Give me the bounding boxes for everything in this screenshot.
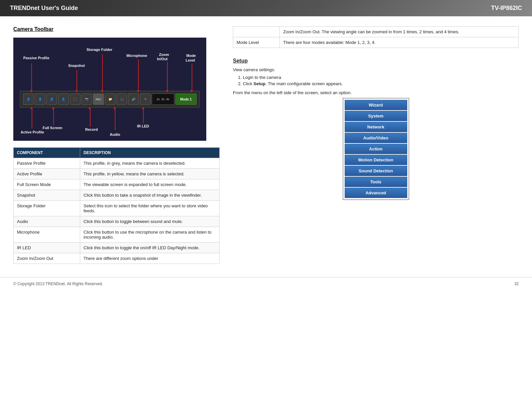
arrow-fullscreen-up	[53, 108, 54, 125]
description-cell: This profile, in grey, means the camera …	[80, 158, 220, 169]
arrow-record-up	[90, 108, 90, 127]
arrow-irled-up	[143, 108, 144, 123]
camera-toolbar-title: Camera Toolbar	[13, 26, 220, 32]
page-header: TRENDnet User's Guide TV-IP862IC	[0, 0, 532, 16]
menu-button-motion-detection[interactable]: Motion Detection	[345, 155, 407, 165]
right-table-col1: Mode Level	[233, 37, 280, 48]
setup-after-text: From the menu on the left side of the sc…	[233, 90, 519, 95]
table-row: SnapshotClick this button to take a snap…	[14, 190, 220, 201]
label-mode-level: Mode	[186, 54, 196, 58]
right-table-col1	[233, 27, 280, 37]
arrow-activeprofile-up	[32, 108, 32, 128]
main-content: Camera Toolbar 👤 👤 👤 👤 ⛶ 📷 REC 📁 🎧 🔊 ☀ 1…	[0, 16, 532, 271]
setup-step-1: Login to the camera	[243, 75, 519, 80]
description-cell: This profile, in yellow, means the camer…	[80, 169, 220, 179]
label-inout: In/Out	[157, 57, 168, 61]
menu-button-network[interactable]: Network	[345, 122, 407, 132]
setup-section: Setup View camera settings: Login to the…	[233, 58, 519, 200]
diagram-labels-overlay: Passive Profile Storage Folder Zoom In/O…	[13, 38, 206, 141]
table-row: AudioClick this button to toggle between…	[14, 216, 220, 227]
fullscreen-icon[interactable]: ⛶	[70, 94, 81, 105]
table-row: Mode LevelThere are four modes available…	[233, 37, 519, 48]
component-cell: Active Profile	[14, 169, 80, 179]
record-icon[interactable]: REC	[93, 94, 104, 105]
icon3[interactable]: 👤	[46, 94, 57, 105]
right-top-table: Zoom In/Zoom Out. The viewing angle can …	[233, 26, 519, 48]
menu-buttons-container: WizardSystemNetworkAudio/VideoActionMoti…	[343, 98, 409, 200]
table-row: IR LEDClick this button to toggle the on…	[14, 243, 220, 253]
zoom-icon[interactable]: 1x 2x 4x	[152, 94, 174, 105]
arrow-zoom	[167, 62, 168, 91]
description-cell: Click this button to take a snapshot of …	[80, 190, 220, 201]
arrow-passive-profile	[31, 63, 32, 92]
table-row: Active ProfileThis profile, in yellow, m…	[14, 169, 220, 179]
menu-button-tools[interactable]: Tools	[345, 177, 407, 187]
setup-steps-list: Login to the camera Click Setup. The mai…	[243, 75, 519, 86]
component-table: COMPONENT DESCRIPTION Passive ProfileThi…	[13, 147, 220, 264]
menu-button-audio-video[interactable]: Audio/Video	[345, 133, 407, 143]
passive-profile-icon[interactable]: 👤	[23, 94, 34, 105]
label-record: Record	[85, 127, 98, 131]
label-storage-folder: Storage Folder	[87, 48, 112, 52]
snapshot-icon[interactable]: 📷	[82, 94, 92, 105]
menu-button-sound-detection[interactable]: Sound Detection	[345, 166, 407, 176]
col-header-component: COMPONENT	[14, 148, 80, 158]
label-irled: IR LED	[137, 124, 149, 128]
camera-toolbar-bar: 👤 👤 👤 👤 ⛶ 📷 REC 📁 🎧 🔊 ☀ 1x 2x 4x Mode 1	[20, 91, 200, 107]
label-audio: Audio	[110, 132, 120, 136]
label-zoom: Zoom	[159, 53, 169, 57]
setup-step-2: Click Setup. The main configurable scree…	[243, 81, 519, 86]
right-table-col2: Zoom In/Zoom Out. The viewing angle can …	[280, 27, 519, 37]
menu-button-wizard[interactable]: Wizard	[345, 100, 407, 110]
component-cell: Snapshot	[14, 190, 80, 201]
table-row: Zoom In/Zoom Out. The viewing angle can …	[233, 27, 519, 37]
microphone-icon[interactable]: 🎧	[116, 94, 127, 105]
description-cell: Click this button to toggle between soun…	[80, 216, 220, 227]
arrow-microphone	[138, 60, 139, 91]
header-left-title: TRENDnet User's Guide	[10, 5, 78, 12]
setup-title: Setup	[233, 58, 519, 64]
label-microphone: Microphone	[126, 54, 147, 58]
arrow-audio-up	[115, 108, 115, 130]
component-cell: Passive Profile	[14, 158, 80, 169]
menu-button-advanced[interactable]: Advanced	[345, 188, 407, 198]
header-right-title: TV-IP862IC	[491, 5, 522, 12]
component-cell: Zoom In/Zoom Out	[14, 253, 80, 264]
component-cell: Audio	[14, 216, 80, 227]
audio-icon[interactable]: 🔊	[128, 94, 139, 105]
menu-button-action[interactable]: Action	[345, 144, 407, 154]
description-cell: Click this button to toggle the on/off I…	[80, 243, 220, 253]
setup-intro: View camera settings:	[233, 67, 519, 72]
copyright-text: © Copyright 2013 TRENDnet. All Rights Re…	[13, 282, 103, 286]
arrow-snapshot	[77, 70, 77, 91]
icon4[interactable]: 👤	[58, 94, 69, 105]
table-row: MicrophoneClick this button to use the m…	[14, 227, 220, 243]
label-mode-level2: Level	[186, 58, 195, 62]
page-footer: © Copyright 2013 TRENDnet. All Rights Re…	[0, 277, 532, 290]
table-row: Passive ProfileThis profile, in grey, me…	[14, 158, 220, 169]
description-cell: Click this button to use the microphone …	[80, 227, 220, 243]
label-fullscreen: Full Screen	[43, 126, 62, 130]
table-row: Zoom In/Zoom OutThere are different zoom…	[14, 253, 220, 264]
storage-icon[interactable]: 📁	[105, 94, 115, 105]
toolbar-diagram: 👤 👤 👤 👤 ⛶ 📷 REC 📁 🎧 🔊 ☀ 1x 2x 4x Mode 1 …	[13, 38, 206, 141]
label-activeprofile: Active Profile	[21, 130, 44, 134]
description-cell: The viewable screen is expanded to full …	[80, 179, 220, 190]
right-column: Zoom In/Zoom Out. The viewing angle can …	[233, 26, 519, 264]
component-cell: IR LED	[14, 243, 80, 253]
page-number: 32	[514, 282, 519, 286]
menu-button-system[interactable]: System	[345, 111, 407, 121]
component-cell: Storage Folder	[14, 201, 80, 216]
description-cell: Select this icon to select the folder wh…	[80, 201, 220, 216]
table-row: Storage FolderSelect this icon to select…	[14, 201, 220, 216]
label-snapshot: Snapshot	[68, 64, 85, 68]
ir-led-icon[interactable]: ☀	[140, 94, 151, 105]
label-passive-profile: Passive Profile	[23, 56, 49, 60]
left-column: Camera Toolbar 👤 👤 👤 👤 ⛶ 📷 REC 📁 🎧 🔊 ☀ 1…	[13, 26, 220, 264]
table-row: Full Screen ModeThe viewable screen is e…	[14, 179, 220, 190]
arrow-storage-folder	[102, 54, 103, 92]
active-profile-icon[interactable]: 👤	[35, 94, 45, 105]
mode-level-icon[interactable]: Mode 1	[175, 94, 197, 105]
arrow-mode-level	[192, 64, 192, 91]
component-cell: Full Screen Mode	[14, 179, 80, 190]
